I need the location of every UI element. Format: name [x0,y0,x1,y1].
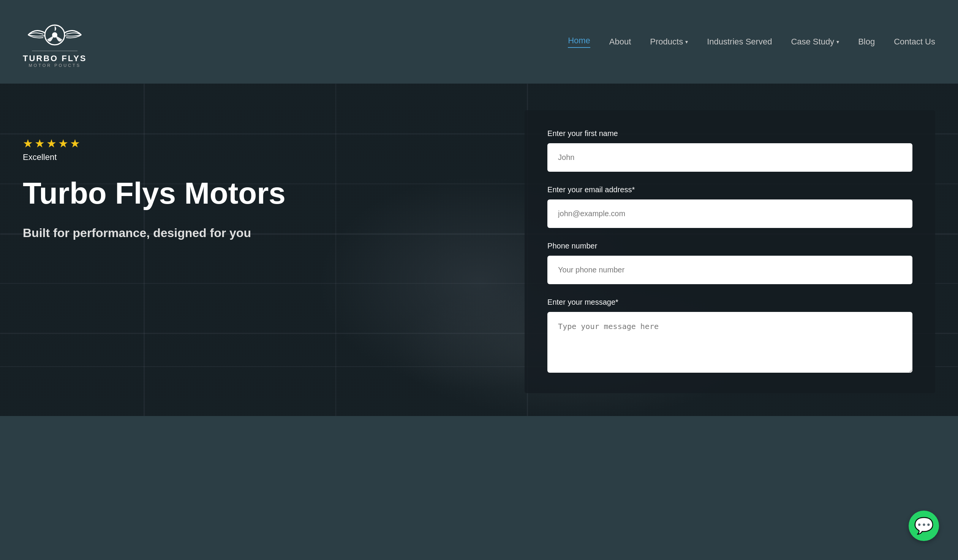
whatsapp-icon: 💬 [914,518,934,534]
email-input[interactable] [547,200,912,228]
hero-content: ★★★★★ Excellent Turbo Flys Motors Built … [23,106,525,242]
hero-subtitle: Built for performance, designed for you [23,225,525,242]
contact-form: Enter your first name Enter your email a… [525,110,935,393]
phone-input[interactable] [547,256,912,284]
hero-section: ★★★★★ Excellent Turbo Flys Motors Built … [0,84,958,416]
svg-point-1 [52,32,57,38]
nav-industries[interactable]: Industries Served [707,37,772,47]
message-textarea[interactable] [547,312,912,373]
rating-stars: ★★★★★ [23,137,525,150]
nav-contact[interactable]: Contact Us [894,37,935,47]
nav-products[interactable]: Products ▾ [650,37,688,47]
chevron-down-icon: ▾ [685,39,688,45]
main-nav: Home About Products ▾ Industries Served … [568,36,935,48]
phone-label: Phone number [547,242,912,251]
brand-name: TURBO FLYS [23,54,87,63]
hero-title: Turbo Flys Motors [23,178,525,209]
first-name-input[interactable] [547,143,912,172]
message-label: Enter your message* [547,298,912,306]
nav-case-study[interactable]: Case Study ▾ [791,37,839,47]
email-label: Enter your email address* [547,186,912,194]
rating-label: Excellent [23,152,525,162]
nav-blog[interactable]: Blog [858,37,875,47]
first-name-label: Enter your first name [547,129,912,138]
whatsapp-button[interactable]: 💬 [909,511,939,541]
nav-home[interactable]: Home [568,36,590,48]
nav-about[interactable]: About [609,37,631,47]
logo[interactable]: TURBO FLYS MOTOR POUCTS [23,16,87,68]
header: TURBO FLYS MOTOR POUCTS Home About Produ… [0,0,958,84]
brand-tagline: MOTOR POUCTS [29,63,81,68]
chevron-down-icon-2: ▾ [836,39,839,45]
